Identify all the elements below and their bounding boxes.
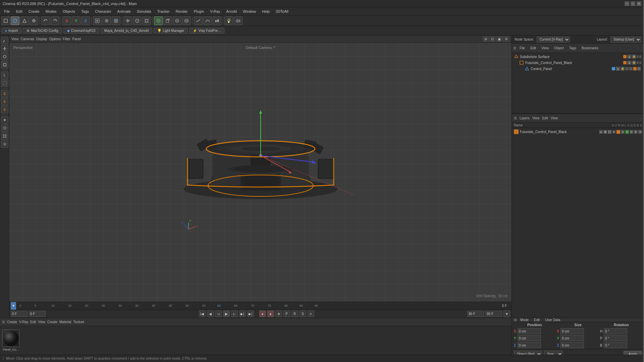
scale-btn[interactable] xyxy=(142,16,151,25)
record-btn[interactable]: ● xyxy=(259,310,266,317)
camera-btn[interactable] xyxy=(234,16,243,25)
mat-vray-menu[interactable]: V-Ray xyxy=(19,320,28,324)
auto-key-btn[interactable]: ● xyxy=(267,310,274,317)
key-rot-btn[interactable]: R xyxy=(291,310,298,317)
attr-hamburger[interactable]: ☰ xyxy=(514,318,517,322)
menu-render[interactable]: Render xyxy=(173,9,191,14)
axis-y-btn[interactable]: Y xyxy=(72,16,80,25)
mat-texture-menu[interactable]: Texture xyxy=(73,320,85,324)
axis-x-btn[interactable]: X xyxy=(62,16,71,25)
options-menu[interactable]: Options xyxy=(49,37,61,41)
menu-help[interactable]: Help xyxy=(259,9,272,14)
mat-create-menu[interactable]: Create xyxy=(7,320,17,324)
layer-icon-l[interactable]: L xyxy=(616,130,620,134)
layer-item-0[interactable]: Futuristic_Control_Panel_Black ● M L A xyxy=(513,129,643,135)
maxtoc4d-tab[interactable]: ⚙ MaxToC4D Config xyxy=(23,28,62,34)
attr-size-z-field[interactable] xyxy=(560,342,584,348)
obj-mgr-hamburger[interactable]: ☰ xyxy=(513,46,516,50)
layers-view2-menu[interactable]: View xyxy=(551,116,558,120)
rotate-btn[interactable] xyxy=(133,16,142,25)
layers-view-menu[interactable]: View xyxy=(532,116,540,120)
menu-modes[interactable]: Modes xyxy=(43,9,59,14)
next-frame-btn[interactable]: ▶| xyxy=(239,310,246,317)
timeline-numbers[interactable]: 0 5 10 15 20 25 30 35 40 45 50 55 60 65 … xyxy=(16,302,510,310)
attr-size-x-field[interactable] xyxy=(560,328,584,334)
sphere-btn[interactable] xyxy=(173,16,181,25)
viewport-split-btn[interactable]: ⊞ xyxy=(483,37,489,42)
attr-mode-btn[interactable]: Mode xyxy=(518,318,531,322)
move-btn[interactable] xyxy=(123,16,132,25)
key-pos-btn[interactable]: P xyxy=(283,310,290,317)
close-button[interactable]: ✕ xyxy=(637,1,641,6)
layers-layers-menu[interactable]: Layers xyxy=(520,116,530,120)
menu-plugin[interactable]: Plugin xyxy=(191,9,207,14)
layer-icon-m[interactable]: M xyxy=(612,130,616,134)
extra-btn[interactable] xyxy=(1,140,8,148)
mode-axis-btn[interactable] xyxy=(30,16,38,25)
rotate-tool-btn[interactable] xyxy=(1,53,8,60)
spline-btn[interactable] xyxy=(194,16,203,25)
obj-control-panel-black[interactable]: Futuristic_Control_Panel_Black ● 🔒 xyxy=(513,60,643,66)
mat-view-menu[interactable]: View xyxy=(38,320,45,324)
last-frame-btn[interactable]: ▶| xyxy=(247,310,254,317)
start-frame-input[interactable] xyxy=(29,311,46,317)
menu-edit[interactable]: Edit xyxy=(13,9,25,14)
current-frame-input[interactable] xyxy=(11,311,28,317)
layer-icon-v[interactable] xyxy=(603,130,607,134)
layers-edit-menu[interactable]: Edit xyxy=(542,116,548,120)
cinemaVray-tab[interactable]: ◆ CinemaVrayR23 xyxy=(63,28,99,34)
menu-simulate[interactable]: Simulate xyxy=(134,9,154,14)
attr-user-btn[interactable]: User Data xyxy=(543,318,562,322)
menu-vray[interactable]: V-Ray xyxy=(207,9,223,14)
layer-icon-r[interactable] xyxy=(608,130,611,134)
undo-btn[interactable] xyxy=(41,16,50,25)
menu-tracker[interactable]: Tracker xyxy=(155,9,172,14)
obj-subdiv-lock-btn[interactable]: 🔒 xyxy=(632,55,636,59)
key-scale-btn[interactable]: S xyxy=(300,310,306,317)
viewport-maximize-btn[interactable]: ⊟ xyxy=(489,37,495,42)
grid2-btn[interactable] xyxy=(1,132,8,140)
layers-hamburger[interactable]: ☰ xyxy=(514,116,517,120)
render-preview-btn[interactable] xyxy=(93,16,102,25)
view-menu[interactable]: View xyxy=(11,37,19,41)
deform-btn[interactable] xyxy=(1,116,8,124)
obj-mgr-file-menu[interactable]: File xyxy=(518,46,527,51)
scale-tool-btn[interactable] xyxy=(1,61,8,68)
s-btn-2[interactable]: S xyxy=(1,98,8,105)
maximize-button[interactable]: □ xyxy=(631,1,635,6)
box-selection-btn[interactable] xyxy=(1,79,8,87)
obj-subdivision-surface[interactable]: Subdivision Surface ● 🔒 xyxy=(513,54,643,60)
display-menu[interactable]: Display xyxy=(36,37,47,41)
null-obj-btn[interactable] xyxy=(154,16,163,25)
layer-icon-d[interactable]: D xyxy=(630,130,633,134)
panel-menu[interactable]: Panel xyxy=(72,37,81,41)
cube-btn[interactable] xyxy=(163,16,172,25)
obj-cp-vis-btn[interactable]: ● xyxy=(616,67,620,71)
layer-icon-a[interactable]: A xyxy=(621,130,625,134)
move-tool-btn[interactable] xyxy=(1,45,8,52)
layout-dropdown[interactable]: Startup [User] xyxy=(610,37,641,43)
render-settings-btn[interactable] xyxy=(102,16,111,25)
s-btn-1[interactable]: S xyxy=(1,90,8,97)
attr-rot-p-field[interactable] xyxy=(604,335,627,341)
end-frame-input[interactable] xyxy=(467,311,484,317)
mode-object-btn[interactable] xyxy=(11,16,19,25)
axis-z-btn[interactable]: Z xyxy=(81,16,90,25)
viewport[interactable]: Perspective Default Camera :* xyxy=(9,43,512,302)
obj-mgr-bookmarks-menu[interactable]: Bookmarks xyxy=(580,46,600,51)
cylinder-btn[interactable] xyxy=(182,16,191,25)
attr-pos-x-field[interactable] xyxy=(518,328,541,334)
render-full-btn[interactable] xyxy=(112,16,120,25)
cameras-menu[interactable]: Cameras xyxy=(21,37,35,41)
layer-icon-g[interactable]: G xyxy=(625,130,629,134)
node-space-dropdown[interactable]: Current [V-Ray] xyxy=(537,37,570,43)
layer-icon-x[interactable]: X xyxy=(638,130,642,134)
mat-material-menu[interactable]: Material xyxy=(59,320,71,324)
attr-size-y-field[interactable] xyxy=(560,335,584,341)
layer-icon-e[interactable]: E xyxy=(634,130,638,134)
redo-btn[interactable] xyxy=(51,16,59,25)
light-btn[interactable] xyxy=(224,16,233,25)
minimize-button[interactable]: — xyxy=(625,1,629,6)
menu-create[interactable]: Create xyxy=(26,9,42,14)
menu-animate[interactable]: Animate xyxy=(115,9,133,14)
